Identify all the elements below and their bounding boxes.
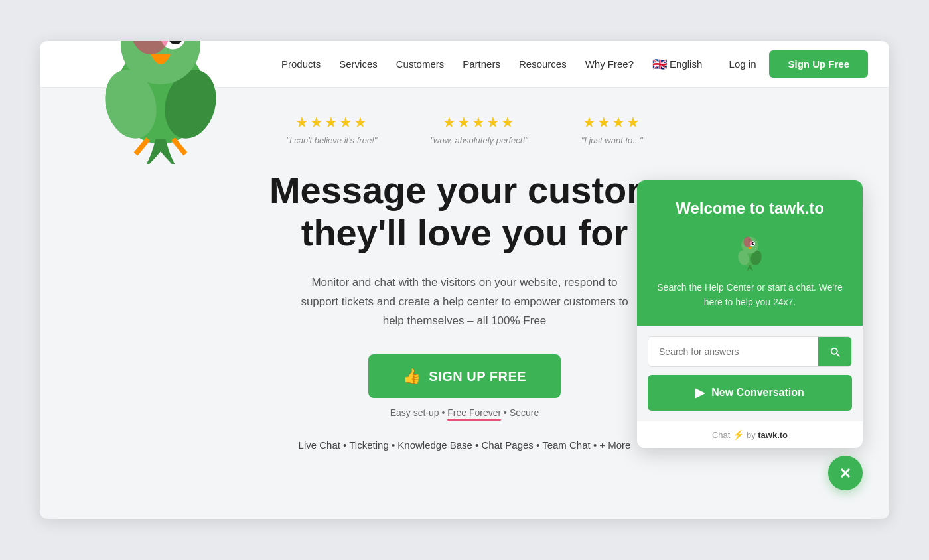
stars-2: ★★★★★ (430, 114, 528, 131)
widget-header: Welcome to tawk.to Search the Help Cente… (637, 180, 863, 326)
flag-icon: 🇬🇧 (652, 57, 667, 72)
search-row (648, 336, 852, 367)
logo[interactable] (61, 41, 260, 164)
nav-why-free[interactable]: Why Free? (585, 58, 634, 70)
nav-customers[interactable]: Customers (396, 58, 445, 70)
close-icon (837, 465, 853, 481)
nav-links: Products Services Customers Partners Res… (281, 57, 729, 72)
widget-title: Welcome to tawk.to (653, 199, 847, 218)
send-icon: ▶ (695, 385, 705, 400)
review-text-2: "wow, absolutely perfect!" (430, 135, 528, 145)
nav-partners[interactable]: Partners (463, 58, 500, 70)
nav-products[interactable]: Products (281, 58, 321, 70)
page-wrapper: Products Services Customers Partners Res… (40, 41, 889, 519)
free-forever-label: Free Forever (447, 407, 501, 418)
nav-services[interactable]: Services (339, 58, 378, 70)
logo-parrot-icon (61, 41, 260, 164)
review-item-1: ★★★★★ "I can't believe it's free!" (286, 114, 377, 145)
sub-text-before: Easy set-up • (390, 407, 448, 418)
lightning-icon: ⚡ (733, 429, 747, 440)
footer-text: Chat (712, 430, 730, 440)
search-input[interactable] (648, 337, 818, 366)
nav-actions: Log in Sign Up Free (729, 50, 868, 78)
widget-description: Search the Help Center or start a chat. … (653, 280, 847, 310)
widget-body: ▶ New Conversation (637, 326, 863, 421)
cta-signup-button[interactable]: 👍 SIGN UP FREE (368, 354, 561, 398)
svg-line-8 (136, 139, 149, 154)
thumbs-up-icon: 👍 (403, 368, 421, 385)
chat-widget: Welcome to tawk.to Search the Help Cente… (637, 180, 863, 448)
stars-1: ★★★★★ (286, 114, 377, 131)
login-link[interactable]: Log in (729, 58, 756, 70)
signup-button[interactable]: Sign Up Free (769, 50, 868, 78)
nav-resources[interactable]: Resources (519, 58, 567, 70)
navbar: Products Services Customers Partners Res… (40, 41, 889, 88)
stars-3: ★★★★ (581, 114, 643, 131)
widget-footer: Chat ⚡ by tawk.to (637, 421, 863, 448)
search-button[interactable] (818, 337, 851, 366)
footer-brand: tawk.to (758, 430, 788, 440)
widget-parrot-icon (729, 228, 771, 271)
review-item-2: ★★★★★ "wow, absolutely perfect!" (430, 114, 528, 145)
nav-language[interactable]: 🇬🇧 English (652, 57, 702, 72)
svg-point-16 (753, 243, 754, 244)
new-conversation-button[interactable]: ▶ New Conversation (648, 375, 852, 411)
footer-by: by (747, 430, 758, 440)
hero-subtitle: Monitor and chat with the visitors on yo… (292, 273, 637, 331)
close-widget-button[interactable] (828, 456, 863, 490)
svg-point-17 (743, 237, 752, 247)
search-icon (829, 346, 841, 358)
sub-text-after: • Secure (501, 407, 539, 418)
cta-label: SIGN UP FREE (429, 369, 526, 384)
review-text-3: "I just want to..." (581, 135, 643, 145)
review-text-1: "I can't believe it's free!" (286, 135, 377, 145)
review-item-3: ★★★★ "I just want to..." (581, 114, 643, 145)
svg-line-9 (173, 139, 186, 154)
new-conv-label: New Conversation (711, 387, 804, 399)
